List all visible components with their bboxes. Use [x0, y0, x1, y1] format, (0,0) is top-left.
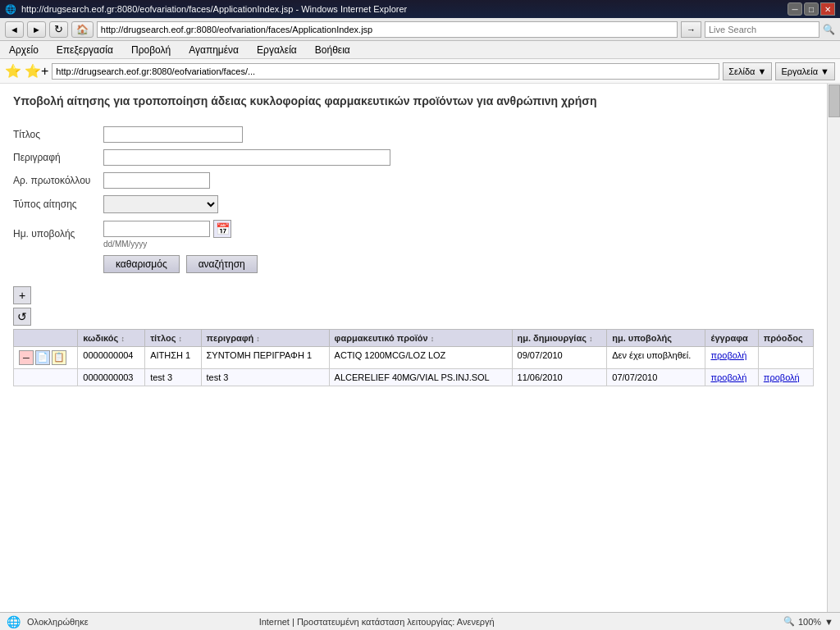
sort-icon-product[interactable]: ↕ — [431, 335, 435, 343]
submitted-cell: Δεν έχει υποβληθεί. — [607, 346, 705, 368]
row-actions-cell — [14, 368, 78, 386]
back-button[interactable]: ◄ — [5, 21, 24, 38]
add-row-button[interactable]: + — [13, 286, 31, 304]
created-cell: 11/06/2010 — [512, 368, 607, 386]
page-button[interactable]: Σελίδα ▼ — [723, 62, 772, 80]
col-submitted: ημ. υποβολής — [607, 329, 705, 346]
menu-view[interactable]: Προβολή — [129, 43, 173, 57]
menu-tools[interactable]: Εργαλεία — [254, 43, 299, 57]
window-title: http://drugsearch.eof.gr:8080/eofvariati… — [21, 4, 407, 14]
home-button[interactable]: 🏠 — [71, 21, 94, 38]
title-row: Τίτλος — [13, 126, 814, 143]
table-body: ─ 📄 📋 0000000004ΑΙΤΗΣΗ 1ΣΥΝΤΟΜΗ ΠΕΡΙΓΡΑΦ… — [14, 346, 814, 386]
browser-icon: 🌐 — [5, 4, 16, 15]
progress-cell: προβολή — [758, 368, 813, 386]
go-button[interactable]: → — [681, 21, 701, 38]
sort-icon-desc[interactable]: ↕ — [256, 335, 260, 343]
table-section: + ↺ κωδικός ↕ τίτλος ↕ — [13, 286, 814, 386]
documents-cell: προβολή — [705, 346, 758, 368]
request-type-select[interactable] — [103, 195, 218, 213]
request-type-label: Τύπος αίτησης — [13, 199, 103, 210]
table-row: ─ 📄 📋 0000000004ΑΙΤΗΣΗ 1ΣΥΝΤΟΜΗ ΠΕΡΙΓΡΑΦ… — [14, 346, 814, 368]
title-bar-controls: ─ □ ✕ — [788, 2, 835, 16]
col-documents: έγγραφα — [705, 329, 758, 346]
sort-icon-created[interactable]: ↕ — [589, 335, 593, 343]
description-cell: ΣΥΝΤΟΜΗ ΠΕΡΙΓΡΑΦΗ 1 — [201, 346, 329, 368]
description-row: Περιγραφή — [13, 149, 814, 166]
menu-favorites[interactable]: Αγαπημένα — [186, 43, 241, 57]
table-row: 0000000003test 3test 3ALCERELIEF 40MG/VI… — [14, 368, 814, 386]
form-section: Τίτλος Περιγραφή Αρ. πρωτοκόλλου Τύπος α… — [13, 126, 814, 273]
documents-link[interactable]: προβολή — [710, 372, 746, 382]
title-bar-left: 🌐 http://drugsearch.eof.gr:8080/eofvaria… — [5, 4, 407, 15]
browser-toolbar: ⭐ ⭐+ Σελίδα ▼ Εργαλεία ▼ — [0, 59, 840, 84]
add-favorites-icon: ⭐+ — [25, 63, 48, 79]
col-actions — [14, 329, 78, 346]
code-cell: 0000000004 — [78, 346, 145, 368]
form-buttons: καθαρισμός αναζήτηση — [103, 255, 814, 273]
address-input[interactable] — [97, 21, 678, 38]
submitted-cell: 07/07/2010 — [607, 368, 705, 386]
forward-button[interactable]: ► — [27, 21, 46, 38]
col-title: τίτλος ↕ — [145, 329, 201, 346]
row-actions-cell: ─ 📄 📋 — [14, 346, 78, 368]
table-toolbar: + — [13, 286, 814, 304]
tools-button[interactable]: Εργαλεία ▼ — [775, 62, 835, 80]
col-description: περιγραφή ↕ — [201, 329, 329, 346]
request-type-row: Τύπος αίτησης — [13, 195, 814, 213]
title-cell: ΑΙΤΗΣΗ 1 — [145, 346, 201, 368]
page-title: Υποβολή αίτησης για τροποποίηση άδειας κ… — [13, 94, 814, 110]
code-cell: 0000000003 — [78, 368, 145, 386]
title-input[interactable] — [103, 126, 243, 143]
sort-icon-code[interactable]: ↕ — [121, 335, 125, 343]
info-row-button[interactable]: 📋 — [52, 350, 66, 365]
address-bar: ◄ ► ↻ 🏠 → 🔍 — [0, 18, 840, 41]
table-toolbar-2: ↺ — [13, 308, 814, 326]
search-input[interactable] — [705, 21, 819, 38]
date-input[interactable] — [103, 221, 210, 237]
description-label: Περιγραφή — [13, 152, 103, 163]
scrollbar-thumb[interactable] — [829, 84, 840, 117]
scrollbar[interactable] — [827, 84, 840, 612]
close-button[interactable]: ✕ — [820, 2, 835, 16]
table-header-row: κωδικός ↕ τίτλος ↕ περιγραφή ↕ φαρμ — [14, 329, 814, 346]
progress-link[interactable]: προβολή — [764, 372, 800, 382]
protocol-input[interactable] — [103, 172, 210, 189]
title-label: Τίτλος — [13, 129, 103, 140]
data-table: κωδικός ↕ τίτλος ↕ περιγραφή ↕ φαρμ — [13, 329, 814, 386]
submission-date-label: Ημ. υποβολής — [13, 228, 103, 240]
documents-cell: προβολή — [705, 368, 758, 386]
clear-button[interactable]: καθαρισμός — [103, 255, 180, 273]
menu-help[interactable]: Βοήθεια — [313, 43, 353, 57]
protocol-row: Αρ. πρωτοκόλλου — [13, 172, 814, 189]
row-actions: ─ 📄 📋 — [19, 350, 72, 365]
title-bar: 🌐 http://drugsearch.eof.gr:8080/eofvaria… — [0, 0, 840, 18]
progress-cell — [758, 346, 813, 368]
delete-row-button[interactable]: ─ — [19, 350, 34, 365]
menu-bar: Αρχείο Επεξεργασία Προβολή Αγαπημένα Εργ… — [0, 41, 840, 59]
maximize-button[interactable]: □ — [804, 2, 819, 16]
title-cell: test 3 — [145, 368, 201, 386]
description-cell: test 3 — [201, 368, 329, 386]
calendar-button[interactable]: 📅 — [213, 220, 231, 238]
refresh-button[interactable]: ↻ — [49, 21, 68, 38]
menu-edit[interactable]: Επεξεργασία — [54, 43, 116, 57]
col-progress: πρόοδος — [758, 329, 813, 346]
sort-icon-title[interactable]: ↕ — [179, 335, 183, 343]
content-area: Υποβολή αίτησης για τροποποίηση άδειας κ… — [0, 84, 827, 612]
date-hint: dd/MM/yyyy — [103, 240, 231, 249]
submission-date-row: Ημ. υποβολής 📅 dd/MM/yyyy — [13, 220, 814, 249]
favorites-star-icon: ⭐ — [5, 63, 21, 79]
search-button[interactable]: αναζήτηση — [186, 255, 258, 273]
search-icon: 🔍 — [823, 24, 835, 35]
toolbar-url-input[interactable] — [52, 63, 719, 80]
product-cell: ACTIQ 1200MCG/LOZ LOZ — [329, 346, 512, 368]
menu-file[interactable]: Αρχείο — [7, 43, 41, 57]
date-wrapper: 📅 dd/MM/yyyy — [103, 220, 231, 249]
edit-row-button[interactable]: 📄 — [35, 350, 50, 365]
created-cell: 09/07/2010 — [512, 346, 607, 368]
description-input[interactable] — [103, 149, 390, 166]
minimize-button[interactable]: ─ — [788, 2, 802, 16]
refresh-button[interactable]: ↺ — [13, 308, 31, 326]
documents-link[interactable]: προβολή — [710, 350, 746, 360]
